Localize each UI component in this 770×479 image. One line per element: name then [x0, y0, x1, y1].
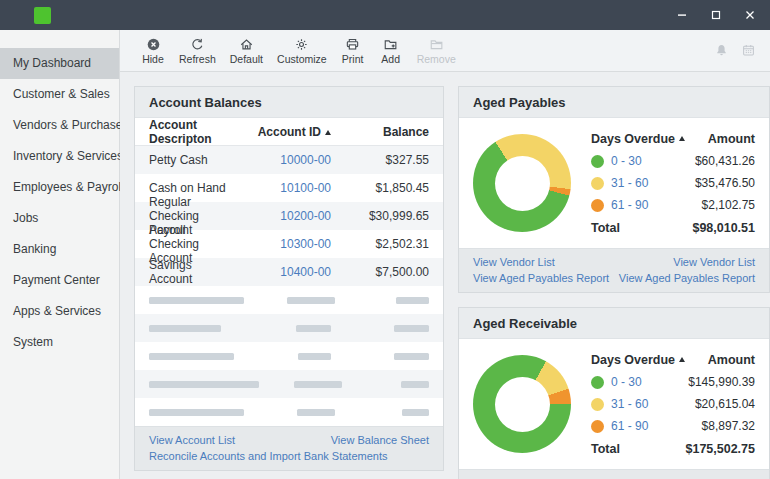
account-balance: $1,850.45: [337, 181, 429, 195]
skeleton-bar: [294, 381, 342, 388]
total-label: Total: [591, 442, 620, 456]
maximize-button[interactable]: [704, 4, 728, 26]
link-view-customer-list[interactable]: View Customer List: [473, 475, 624, 479]
skeleton-row: [135, 398, 443, 426]
link-receive-payment[interactable]: Receive Payment: [669, 475, 755, 479]
close-button[interactable]: [738, 4, 762, 26]
toolbar-button-label: Hide: [142, 53, 164, 65]
donut-hole: [495, 156, 550, 211]
account-balances-rows: Petty Cash10000-00$327.55Cash on Hand101…: [135, 146, 443, 426]
minimize-button[interactable]: [670, 4, 694, 26]
toolbar-button-label: Default: [230, 53, 263, 65]
account-id-link[interactable]: 10300-00: [280, 237, 331, 251]
footer-links-right: Receive Payment: [669, 475, 755, 479]
legend-row: 0 - 30$60,431.26: [591, 150, 755, 172]
printer-icon: [345, 37, 360, 52]
skeleton-bar: [149, 353, 234, 360]
account-balances-footer: View Account List View Balance Sheet Rec…: [135, 426, 443, 470]
sidebar-item-customer-sales[interactable]: Customer & Sales: [0, 79, 119, 110]
legend-header: Days Overdue Amount: [591, 348, 755, 371]
toolbar-buttons: HideRefreshDefaultCustomizePrintAddRemov…: [134, 35, 463, 66]
skeleton-bar: [296, 325, 331, 332]
default-button[interactable]: Default: [223, 35, 270, 66]
print-button[interactable]: Print: [334, 35, 372, 66]
account-id-link[interactable]: 10000-00: [280, 153, 331, 167]
sidebar-item-vendors-purchases[interactable]: Vendors & Purchases: [0, 110, 119, 141]
sidebar-item-payment-center[interactable]: Payment Center: [0, 265, 119, 296]
aged-receivable-body: Days Overdue Amount 0 - 30$145,990.3931 …: [459, 339, 769, 469]
sidebar-item-jobs[interactable]: Jobs: [0, 203, 119, 234]
days-overdue-range-link[interactable]: 61 - 90: [611, 419, 648, 433]
total-amount: $98,010.51: [692, 221, 755, 235]
hide-button[interactable]: Hide: [134, 35, 172, 66]
column-header-balance[interactable]: Balance: [337, 125, 429, 139]
footer-links-right: View Vendor ListView Aged Payables Repor…: [619, 254, 755, 286]
link-view-aged-payables-report[interactable]: View Aged Payables Report: [619, 270, 755, 286]
table-row: Payroll Checking Account10300-00$2,502.3…: [135, 230, 443, 258]
sidebar-item-system[interactable]: System: [0, 327, 119, 358]
add-button[interactable]: Add: [372, 35, 410, 66]
days-overdue-range-link[interactable]: 0 - 30: [611, 154, 642, 168]
column-header-account-id[interactable]: Account ID: [243, 125, 331, 139]
link-view-account-list[interactable]: View Account List: [149, 432, 235, 448]
toolbar-button-label: Add: [381, 53, 400, 65]
column-header-description[interactable]: Account Descripton: [149, 118, 237, 146]
account-id-link[interactable]: 10200-00: [280, 209, 331, 223]
customize-button[interactable]: Customize: [270, 35, 334, 66]
aged-payables-donut-chart[interactable]: [473, 134, 571, 232]
legend-amount: $145,990.39: [688, 375, 755, 389]
aged-receivable-donut-chart[interactable]: [473, 355, 571, 453]
days-overdue-range-link[interactable]: 31 - 60: [611, 176, 648, 190]
gear-icon: [294, 37, 309, 52]
sidebar-item-my-dashboard[interactable]: My Dashboard: [0, 48, 119, 79]
link-view-vendor-list[interactable]: View Vendor List: [673, 254, 755, 270]
days-overdue-range-link[interactable]: 0 - 30: [611, 375, 642, 389]
sidebar: My DashboardCustomer & SalesVendors & Pu…: [0, 30, 120, 479]
sidebar-item-banking[interactable]: Banking: [0, 234, 119, 265]
legend-dot-green-icon: [591, 155, 604, 168]
folder-plus-icon: [383, 37, 398, 52]
account-id-link[interactable]: 10400-00: [280, 265, 331, 279]
legend-days-label[interactable]: Days Overdue: [591, 132, 675, 146]
titlebar: [0, 0, 770, 30]
sort-asc-icon: [325, 130, 331, 135]
total-label: Total: [591, 221, 620, 235]
refresh-icon: [190, 37, 205, 52]
account-description: Cash on Hand: [149, 181, 237, 195]
panel-title: Aged Receivable: [473, 316, 577, 331]
total-amount: $175,502.75: [685, 442, 755, 456]
legend-total-row: Total $98,010.51: [591, 216, 755, 239]
account-balance: $30,999.65: [337, 209, 429, 223]
refresh-button[interactable]: Refresh: [172, 35, 223, 66]
days-overdue-range-link[interactable]: 61 - 90: [611, 198, 648, 212]
aged-payables-footer: View Vendor ListView Aged Payables Repor…: [459, 248, 769, 292]
link-view-vendor-list[interactable]: View Vendor List: [473, 254, 609, 270]
link-view-aged-payables-report[interactable]: View Aged Payables Report: [473, 270, 609, 286]
account-balances-table-header: Account Descripton Account ID Balance: [135, 118, 443, 146]
legend-days-label[interactable]: Days Overdue: [591, 353, 675, 367]
legend-amount: $8,897.32: [702, 419, 755, 433]
panel-title: Aged Payables: [473, 95, 566, 110]
toolbar-button-label: Customize: [277, 53, 327, 65]
account-id-link[interactable]: 10100-00: [280, 181, 331, 195]
skeleton-bar: [402, 409, 429, 416]
account-balance: $7,500.00: [337, 265, 429, 279]
legend-rows: 0 - 30$60,431.2631 - 60$35,476.5061 - 90…: [591, 150, 755, 216]
close-icon: [745, 10, 755, 20]
remove-button[interactable]: Remove: [410, 35, 463, 66]
sidebar-item-inventory-services[interactable]: Inventory & Services: [0, 141, 119, 172]
skeleton-row: [135, 342, 443, 370]
toolbar-button-label: Refresh: [179, 53, 216, 65]
calendar-icon[interactable]: [741, 43, 756, 58]
days-overdue-range-link[interactable]: 31 - 60: [611, 397, 648, 411]
minimize-icon: [677, 10, 687, 20]
legend-amount: $60,431.26: [695, 154, 755, 168]
bell-icon[interactable]: [714, 43, 729, 58]
sidebar-item-employees-payroll[interactable]: Employees & Payroll: [0, 172, 119, 203]
aged-receivable-panel: Aged Receivable Days Overdue Amount 0 -: [458, 307, 770, 479]
legend-row: 61 - 90$8,897.32: [591, 415, 755, 437]
sidebar-item-apps-services[interactable]: Apps & Services: [0, 296, 119, 327]
link-view-balance-sheet[interactable]: View Balance Sheet: [331, 432, 429, 448]
link-reconcile-accounts[interactable]: Reconcile Accounts and Import Bank State…: [149, 448, 387, 464]
window-controls: [670, 4, 762, 26]
